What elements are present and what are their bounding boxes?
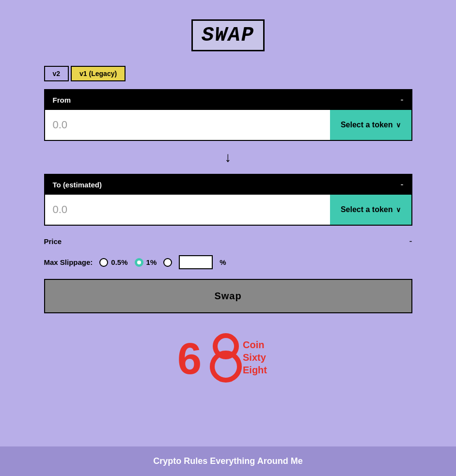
radio-1-circle[interactable] xyxy=(135,258,143,267)
radio-0.5-circle[interactable] xyxy=(99,258,108,267)
swap-direction-arrow: ↓ xyxy=(44,141,412,174)
logo-area: 6 Coin Sixty Eight xyxy=(175,328,282,388)
price-dash: - xyxy=(409,236,412,246)
logo-eight-text: Eight xyxy=(243,365,267,375)
version-tabs: v2 v1 (Legacy) xyxy=(44,66,412,81)
to-section: To (estimated) - Select a token xyxy=(44,174,412,226)
page-wrapper: Swap v2 v1 (Legacy) From - Select a toke… xyxy=(0,0,456,446)
to-label: To (estimated) xyxy=(53,181,102,189)
slippage-option-1[interactable]: 1% xyxy=(135,258,157,267)
swap-button[interactable]: Swap xyxy=(44,279,412,313)
logo-coin-text: Coin xyxy=(243,339,264,350)
main-card: v2 v1 (Legacy) From - Select a token ↓ T… xyxy=(44,66,412,313)
radio-1-label: 1% xyxy=(146,258,157,266)
tab-v1[interactable]: v1 (Legacy) xyxy=(71,66,126,81)
from-amount-input[interactable] xyxy=(45,110,330,140)
slippage-options: 0.5% 1% % xyxy=(99,255,226,269)
price-label: Price xyxy=(44,237,62,246)
percent-sign: % xyxy=(220,258,226,266)
from-select-token-button[interactable]: Select a token xyxy=(330,110,411,140)
footer: Crypto Rules Everything Around Me xyxy=(0,446,456,476)
slippage-option-0.5[interactable]: 0.5% xyxy=(99,258,127,267)
from-dash: - xyxy=(401,95,404,105)
price-row: Price - xyxy=(44,231,412,251)
from-label: From xyxy=(53,96,71,104)
from-token-row: Select a token xyxy=(45,110,411,140)
logo-svg: 6 Coin Sixty Eight xyxy=(175,328,282,386)
logo-6: 6 xyxy=(177,335,202,383)
to-token-row: Select a token xyxy=(45,195,411,225)
footer-text: Crypto Rules Everything Around Me xyxy=(153,456,302,466)
logo-sixty-text: Sixty xyxy=(243,352,267,363)
from-header: From - xyxy=(45,90,411,110)
radio-0.5-label: 0.5% xyxy=(111,258,127,266)
from-section: From - Select a token xyxy=(44,89,412,141)
slippage-option-custom[interactable] xyxy=(163,258,172,267)
to-amount-input[interactable] xyxy=(45,195,330,225)
title-area: Swap xyxy=(191,19,265,51)
to-dash: - xyxy=(401,180,404,190)
to-header: To (estimated) - xyxy=(45,175,411,195)
radio-custom-circle[interactable] xyxy=(163,258,172,267)
tab-v2[interactable]: v2 xyxy=(44,66,69,81)
to-select-token-button[interactable]: Select a token xyxy=(330,195,411,225)
slippage-custom-input[interactable] xyxy=(179,255,213,269)
page-title: Swap xyxy=(191,19,265,51)
slippage-row: Max Slippage: 0.5% 1% % xyxy=(44,251,412,277)
slippage-label: Max Slippage: xyxy=(44,258,93,266)
